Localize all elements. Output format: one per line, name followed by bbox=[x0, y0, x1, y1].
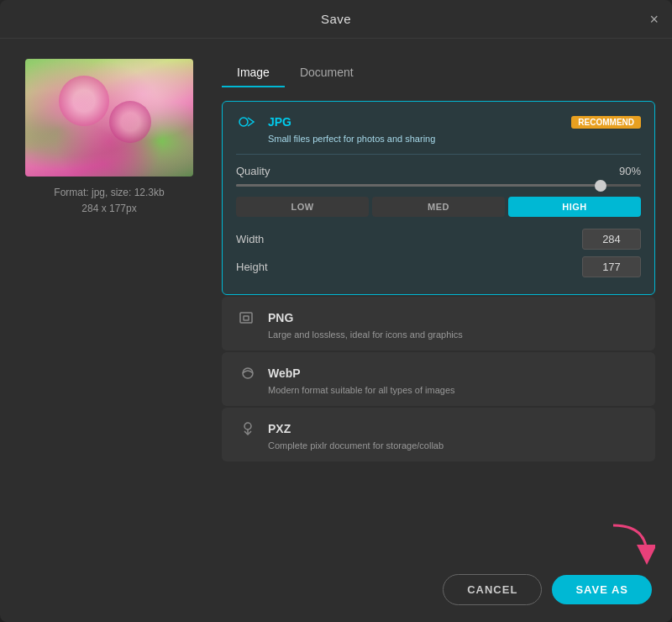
svg-rect-2 bbox=[244, 316, 249, 320]
save-as-button[interactable]: SAVE AS bbox=[552, 575, 652, 604]
svg-point-4 bbox=[244, 423, 251, 430]
save-dialog: Save × Format: jpg, size: 12.3kb 284 x 1… bbox=[0, 0, 672, 622]
cancel-button[interactable]: CANCEL bbox=[443, 574, 542, 605]
format-card-jpg[interactable]: JPG Recommend Small files perfect for ph… bbox=[222, 101, 655, 295]
recommend-badge: Recommend bbox=[571, 116, 641, 129]
webp-icon bbox=[236, 363, 260, 383]
slider-fill bbox=[236, 184, 601, 187]
format-card-png[interactable]: PNG Large and lossless, ideal for icons … bbox=[222, 297, 655, 351]
dialog-title: Save bbox=[321, 12, 351, 26]
left-panel: Format: jpg, size: 12.3kb 284 x 177px bbox=[17, 59, 202, 557]
close-button[interactable]: × bbox=[649, 12, 659, 27]
dialog-footer: CANCEL SAVE AS bbox=[0, 557, 672, 622]
width-input[interactable] bbox=[582, 229, 641, 250]
svg-rect-1 bbox=[240, 313, 252, 323]
tabs: Image Document bbox=[222, 59, 655, 87]
image-format-size: Format: jpg, size: 12.3kb bbox=[54, 185, 164, 201]
height-input[interactable] bbox=[582, 256, 641, 277]
quality-low-button[interactable]: LOW bbox=[236, 197, 369, 217]
quality-med-button[interactable]: MED bbox=[372, 197, 505, 217]
image-preview bbox=[25, 59, 193, 177]
image-dimensions: 284 x 177px bbox=[54, 201, 164, 217]
format-pxz-name: PXZ bbox=[268, 422, 291, 435]
quality-slider-container bbox=[236, 184, 641, 187]
quality-label: Quality bbox=[236, 165, 270, 177]
arrow-indicator bbox=[605, 521, 655, 572]
quality-value: 90% bbox=[619, 165, 641, 177]
format-card-png-header: PNG bbox=[236, 308, 641, 328]
quality-high-button[interactable]: HIGH bbox=[508, 197, 641, 217]
dialog-header: Save × bbox=[0, 0, 672, 39]
dialog-body: Format: jpg, size: 12.3kb 284 x 177px Im… bbox=[0, 39, 672, 557]
format-card-jpg-header: JPG Recommend bbox=[236, 112, 641, 132]
pxz-icon bbox=[236, 419, 260, 439]
format-card-webp[interactable]: WebP Modern format suitable for all type… bbox=[222, 352, 655, 406]
format-card-webp-header: WebP bbox=[236, 363, 641, 383]
svg-point-0 bbox=[239, 118, 248, 126]
format-jpg-left: JPG bbox=[236, 112, 291, 132]
format-pxz-left: PXZ bbox=[236, 419, 291, 439]
jpg-settings: Quality 90% LOW bbox=[236, 154, 641, 277]
right-panel: Image Document bbox=[222, 59, 655, 557]
png-icon bbox=[236, 308, 260, 328]
svg-point-3 bbox=[243, 368, 253, 378]
width-label: Width bbox=[236, 233, 264, 245]
format-png-name: PNG bbox=[268, 311, 293, 324]
format-webp-left: WebP bbox=[236, 363, 301, 383]
slider-thumb[interactable] bbox=[595, 180, 606, 192]
format-jpg-name: JPG bbox=[268, 115, 291, 129]
format-card-pxz-header: PXZ bbox=[236, 419, 641, 439]
quality-row: Quality 90% bbox=[236, 165, 641, 177]
tab-document[interactable]: Document bbox=[285, 59, 369, 87]
format-jpg-desc: Small files perfect for photos and shari… bbox=[236, 134, 641, 144]
format-card-pxz[interactable]: PXZ Complete pixlr document for storage/… bbox=[222, 408, 655, 461]
jpg-icon bbox=[236, 112, 260, 132]
image-thumbnail bbox=[25, 59, 193, 177]
width-row: Width bbox=[236, 229, 641, 250]
format-png-left: PNG bbox=[236, 308, 293, 328]
format-list: JPG Recommend Small files perfect for ph… bbox=[222, 101, 655, 461]
format-png-desc: Large and lossless, ideal for icons and … bbox=[236, 329, 641, 340]
height-label: Height bbox=[236, 261, 268, 273]
format-webp-name: WebP bbox=[268, 366, 301, 380]
height-row: Height bbox=[236, 256, 641, 277]
image-info: Format: jpg, size: 12.3kb 284 x 177px bbox=[54, 185, 164, 217]
tab-image[interactable]: Image bbox=[222, 59, 285, 87]
quality-buttons: LOW MED HIGH bbox=[236, 197, 641, 217]
slider-track bbox=[236, 184, 641, 187]
format-pxz-desc: Complete pixlr document for storage/coll… bbox=[236, 440, 641, 451]
format-webp-desc: Modern format suitable for all types of … bbox=[236, 385, 641, 395]
